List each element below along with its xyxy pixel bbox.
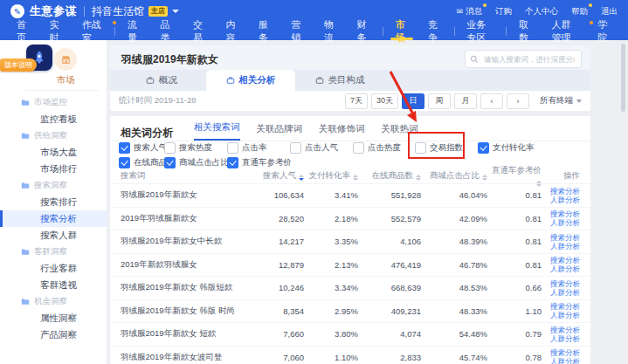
cell-items: 668,639 [358, 283, 421, 292]
cell-items: 551,928 [358, 190, 421, 200]
cell-term: 羽绒服2019年新款女 韩版短款 [121, 282, 243, 293]
nav-realtime[interactable]: 实时 [40, 23, 73, 40]
keyword-search-box[interactable] [465, 50, 582, 68]
metric-ppc-reference[interactable]: 直通车参考价 [227, 157, 292, 168]
audience-analysis-link[interactable]: 人群分析 [542, 264, 580, 273]
search-analysis-link[interactable]: 搜索分析 [542, 233, 580, 242]
sidebar-item-attribute-insight[interactable]: 属性洞察 [0, 310, 107, 326]
tab-category-composition[interactable]: 类目构成 [295, 70, 384, 91]
cell-popularity: 12,879 [243, 260, 304, 270]
date-btn-week[interactable]: 周 [428, 93, 451, 109]
briefcase-icon [315, 76, 324, 85]
user-link-help[interactable]: 帮助 [571, 6, 588, 17]
cell-popularity: 14,217 [243, 237, 304, 246]
user-link-subscribe[interactable]: 订购 [495, 6, 512, 17]
table-row: 羽绒服2019年新款女 韩版短款 10,246 3.34% 668,639 48… [110, 276, 590, 299]
search-analysis-link[interactable]: 搜索分析 [542, 302, 580, 311]
nav-business-zone[interactable]: 业务专区 [457, 23, 503, 40]
sidebar-item-search-analysis[interactable]: 搜索分析 [0, 210, 107, 227]
search-analysis-link[interactable]: 搜索分析 [542, 187, 580, 196]
cell-ppc: 0.81 [487, 190, 542, 200]
date-next-button[interactable]: › [507, 93, 529, 109]
col-header-popularity-sorted[interactable]: 搜索人气 [243, 170, 304, 182]
audience-analysis-link[interactable]: 人群分析 [542, 357, 580, 364]
sidebar-item-market-overview[interactable]: 市场大盘 [0, 144, 107, 161]
audience-analysis-link[interactable]: 人群分析 [542, 242, 580, 251]
audience-analysis-link[interactable]: 人群分析 [542, 288, 580, 297]
nav-data-extract[interactable]: 取数 [509, 23, 542, 40]
nav-finance[interactable]: 财务 [347, 23, 380, 40]
nav-content[interactable]: 内容 [216, 23, 249, 40]
metric-click-rate[interactable]: 点击率 [227, 142, 267, 154]
metric-search-popularity[interactable]: 搜索人气 [119, 142, 167, 154]
nav-service[interactable]: 服务 [249, 23, 282, 40]
briefcase-icon [146, 76, 155, 85]
audience-analysis-link[interactable]: 人群分析 [542, 334, 580, 343]
nav-traffic[interactable]: 流量 [118, 23, 151, 40]
nav-academy[interactable]: 学院 [589, 23, 622, 40]
cell-conversion: 3.34% [304, 283, 358, 292]
search-analysis-link[interactable]: 搜索分析 [542, 256, 580, 264]
metric-mall-click-share[interactable]: 商城点击占比 [164, 157, 229, 168]
sidebar-group-market-monitor: 市场监控 [0, 94, 107, 111]
col-header-mall-share[interactable]: 商城点击占比 [421, 170, 487, 182]
col-header-conversion[interactable]: 支付转化率 [304, 170, 358, 182]
version-note-badge[interactable]: 版本说明 [0, 58, 37, 72]
tab-overview[interactable]: 概况 [117, 70, 206, 91]
vertical-scrollbar[interactable] [621, 44, 625, 112]
date-btn-7d[interactable]: 7天 [345, 93, 368, 109]
nav-competition[interactable]: 竞争 [418, 23, 452, 40]
tab-related-analysis[interactable]: 相关分析 [206, 70, 295, 91]
col-header-term[interactable]: 搜索词 [121, 170, 243, 182]
nav-home[interactable]: 首页 [7, 23, 40, 40]
search-analysis-link[interactable]: 搜索分析 [542, 348, 580, 357]
sidebar-item-industry-customers[interactable]: 行业客群 [0, 260, 107, 277]
date-btn-day-active[interactable]: 日 [402, 93, 424, 109]
sidebar-item-search-ranking[interactable]: 搜索排行 [0, 194, 107, 210]
store-name[interactable]: 抖音生活馆 [92, 4, 144, 19]
checkbox-icon [164, 142, 176, 154]
col-header-online-items[interactable]: 在线商品数 [358, 170, 421, 182]
search-analysis-link[interactable]: 搜索分析 [542, 279, 580, 288]
metric-payment-conversion[interactable]: 支付转化率 [478, 142, 535, 154]
cell-term: 羽绒服2019年新款女 [121, 189, 243, 201]
table-row: 羽绒服2019年新款女 韩版 时尚 8,354 2.95% 409,231 48… [110, 299, 590, 323]
audience-analysis-link[interactable]: 人群分析 [542, 311, 580, 319]
sidebar-item-monitor-board[interactable]: 监控看板 [0, 111, 107, 127]
nav-market-active[interactable]: 市场 [386, 23, 419, 40]
brand-logo-icon: ✎ [10, 4, 24, 18]
sidebar-item-market-ranking[interactable]: 市场排行 [0, 161, 107, 177]
sidebar-item-customer-perspective[interactable]: 客群透视 [0, 277, 107, 293]
checkbox-icon [227, 142, 238, 154]
nav-category[interactable]: 品类 [150, 23, 183, 40]
col-header-ppc[interactable]: 直通车参考价 [487, 165, 542, 187]
audience-analysis-link[interactable]: 人群分析 [542, 196, 580, 204]
terminal-filter-dropdown[interactable]: 所有终端 [540, 95, 582, 106]
search-input[interactable] [482, 54, 576, 65]
metric-search-heat[interactable]: 搜索热度 [164, 142, 212, 154]
sidebar-item-product-insight[interactable]: 产品洞察 [0, 326, 107, 343]
subtab-brand-words[interactable]: 关联品牌词 [257, 123, 303, 141]
search-analysis-link[interactable]: 搜索分析 [542, 326, 580, 334]
date-prev-button[interactable]: ‹ [480, 93, 503, 109]
date-btn-month[interactable]: 月 [454, 93, 477, 109]
user-link-messages[interactable]: ✉消息 [456, 6, 482, 17]
sidebar-item-search-audience[interactable]: 搜索人群 [0, 227, 107, 244]
audience-analysis-link[interactable]: 人群分析 [542, 218, 580, 227]
metric-click-popularity[interactable]: 点击人气 [290, 142, 338, 154]
subtab-modifier-words[interactable]: 关联修饰词 [319, 123, 365, 141]
nav-logistics[interactable]: 物流 [314, 23, 348, 40]
metric-click-heat[interactable]: 点击热度 [353, 142, 401, 154]
date-btn-30d[interactable]: 30天 [371, 93, 398, 109]
subtab-related-search-words[interactable]: 相关搜索词 [194, 121, 240, 141]
nav-audience-mgmt[interactable]: 人群管理 [542, 23, 589, 40]
table-header-row: 搜索词 搜索人气 支付转化率 在线商品数 商城点击占比 直通车参考价 操作 [110, 168, 590, 183]
chevron-down-icon[interactable] [172, 10, 179, 13]
cell-ppc: 0.81 [487, 260, 542, 270]
user-link-account[interactable]: 个人中心 [525, 6, 558, 17]
user-link-logout[interactable]: 退出 [601, 6, 618, 17]
search-analysis-link[interactable]: 搜索分析 [542, 209, 580, 218]
nav-trade[interactable]: 交易 [183, 23, 217, 40]
nav-warroom[interactable]: 作战室 [72, 23, 112, 40]
nav-marketing[interactable]: 营销 [281, 23, 314, 40]
